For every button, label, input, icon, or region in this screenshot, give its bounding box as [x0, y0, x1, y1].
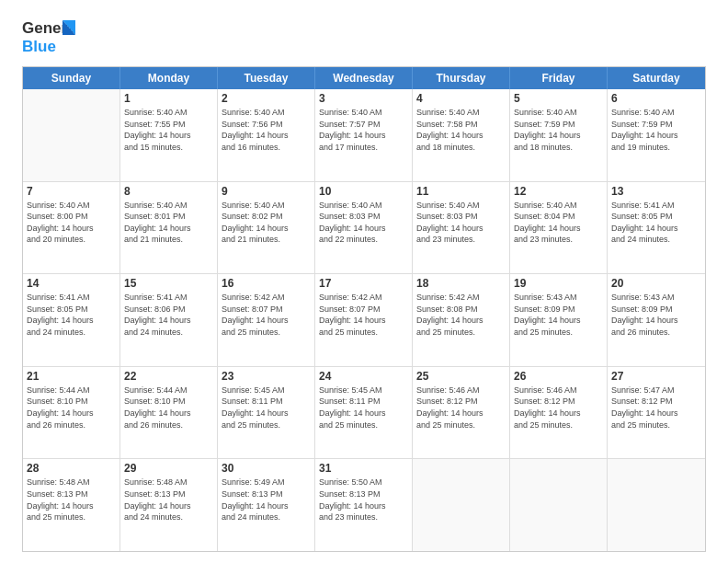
- header: GeneralBlue: [22, 17, 706, 57]
- day-number: 1: [124, 92, 213, 105]
- calendar-header: Sunday Monday Tuesday Wednesday Thursday…: [23, 67, 705, 89]
- calendar-cell: 14Sunrise: 5:41 AM Sunset: 8:05 PM Dayli…: [23, 274, 120, 366]
- calendar-cell: 8Sunrise: 5:40 AM Sunset: 8:01 PM Daylig…: [120, 182, 218, 274]
- cell-info: Sunrise: 5:48 AM Sunset: 8:13 PM Dayligh…: [27, 477, 116, 523]
- day-number: 3: [319, 92, 408, 105]
- header-tuesday: Tuesday: [218, 67, 315, 89]
- cell-info: Sunrise: 5:49 AM Sunset: 8:13 PM Dayligh…: [222, 477, 311, 523]
- calendar-cell: 21Sunrise: 5:44 AM Sunset: 8:10 PM Dayli…: [23, 367, 120, 459]
- day-number: 8: [124, 185, 213, 198]
- day-number: 5: [514, 92, 603, 105]
- cell-info: Sunrise: 5:41 AM Sunset: 8:05 PM Dayligh…: [27, 292, 116, 338]
- cell-info: Sunrise: 5:40 AM Sunset: 7:57 PM Dayligh…: [319, 107, 408, 153]
- cell-info: Sunrise: 5:41 AM Sunset: 8:06 PM Dayligh…: [124, 292, 213, 338]
- calendar-cell: 25Sunrise: 5:46 AM Sunset: 8:12 PM Dayli…: [413, 367, 510, 459]
- day-number: 9: [222, 185, 311, 198]
- cell-info: Sunrise: 5:46 AM Sunset: 8:12 PM Dayligh…: [514, 385, 603, 431]
- day-number: 26: [514, 370, 603, 383]
- day-number: 31: [319, 462, 408, 475]
- cell-info: Sunrise: 5:44 AM Sunset: 8:10 PM Dayligh…: [27, 385, 116, 431]
- calendar-cell: 29Sunrise: 5:48 AM Sunset: 8:13 PM Dayli…: [120, 459, 218, 551]
- cell-info: Sunrise: 5:40 AM Sunset: 7:58 PM Dayligh…: [416, 107, 506, 153]
- cell-info: Sunrise: 5:40 AM Sunset: 8:00 PM Dayligh…: [27, 200, 116, 246]
- cell-info: Sunrise: 5:40 AM Sunset: 7:59 PM Dayligh…: [611, 107, 701, 153]
- calendar-cell: 27Sunrise: 5:47 AM Sunset: 8:12 PM Dayli…: [608, 367, 705, 459]
- calendar-cell: 17Sunrise: 5:42 AM Sunset: 8:07 PM Dayli…: [315, 274, 413, 366]
- calendar-cell: 31Sunrise: 5:50 AM Sunset: 8:13 PM Dayli…: [315, 459, 413, 551]
- calendar-cell: 16Sunrise: 5:42 AM Sunset: 8:07 PM Dayli…: [218, 274, 315, 366]
- cell-info: Sunrise: 5:46 AM Sunset: 8:12 PM Dayligh…: [416, 385, 506, 431]
- day-number: 24: [319, 370, 408, 383]
- calendar-cell: 5Sunrise: 5:40 AM Sunset: 7:59 PM Daylig…: [510, 89, 608, 181]
- calendar-cell: [413, 459, 510, 551]
- calendar-cell: [608, 459, 705, 551]
- day-number: 20: [611, 277, 701, 290]
- calendar-cell: 9Sunrise: 5:40 AM Sunset: 8:02 PM Daylig…: [218, 182, 315, 274]
- day-number: 27: [611, 370, 701, 383]
- calendar-cell: 13Sunrise: 5:41 AM Sunset: 8:05 PM Dayli…: [608, 182, 705, 274]
- cell-info: Sunrise: 5:40 AM Sunset: 8:01 PM Dayligh…: [124, 200, 213, 246]
- day-number: 6: [611, 92, 701, 105]
- cell-info: Sunrise: 5:50 AM Sunset: 8:13 PM Dayligh…: [319, 477, 408, 523]
- calendar-cell: [23, 89, 120, 181]
- calendar-cell: 12Sunrise: 5:40 AM Sunset: 8:04 PM Dayli…: [510, 182, 608, 274]
- cell-info: Sunrise: 5:42 AM Sunset: 8:08 PM Dayligh…: [416, 292, 506, 338]
- cell-info: Sunrise: 5:44 AM Sunset: 8:10 PM Dayligh…: [124, 385, 213, 431]
- cell-info: Sunrise: 5:47 AM Sunset: 8:12 PM Dayligh…: [611, 385, 701, 431]
- calendar-row-0: 1Sunrise: 5:40 AM Sunset: 7:55 PM Daylig…: [23, 89, 705, 182]
- header-saturday: Saturday: [608, 67, 705, 89]
- day-number: 18: [416, 277, 506, 290]
- calendar-cell: 20Sunrise: 5:43 AM Sunset: 8:09 PM Dayli…: [608, 274, 705, 366]
- day-number: 11: [416, 185, 506, 198]
- cell-info: Sunrise: 5:40 AM Sunset: 8:02 PM Dayligh…: [222, 200, 311, 246]
- calendar: Sunday Monday Tuesday Wednesday Thursday…: [22, 66, 706, 552]
- calendar-cell: 19Sunrise: 5:43 AM Sunset: 8:09 PM Dayli…: [510, 274, 608, 366]
- calendar-cell: 3Sunrise: 5:40 AM Sunset: 7:57 PM Daylig…: [315, 89, 413, 181]
- day-number: 22: [124, 370, 213, 383]
- header-monday: Monday: [120, 67, 218, 89]
- calendar-cell: 7Sunrise: 5:40 AM Sunset: 8:00 PM Daylig…: [23, 182, 120, 274]
- cell-info: Sunrise: 5:41 AM Sunset: 8:05 PM Dayligh…: [611, 200, 701, 246]
- cell-info: Sunrise: 5:42 AM Sunset: 8:07 PM Dayligh…: [222, 292, 311, 338]
- cell-info: Sunrise: 5:40 AM Sunset: 8:03 PM Dayligh…: [319, 200, 408, 246]
- day-number: 12: [514, 185, 603, 198]
- day-number: 13: [611, 185, 701, 198]
- calendar-row-4: 28Sunrise: 5:48 AM Sunset: 8:13 PM Dayli…: [23, 459, 705, 551]
- calendar-cell: 22Sunrise: 5:44 AM Sunset: 8:10 PM Dayli…: [120, 367, 218, 459]
- calendar-row-3: 21Sunrise: 5:44 AM Sunset: 8:10 PM Dayli…: [23, 367, 705, 460]
- calendar-row-2: 14Sunrise: 5:41 AM Sunset: 8:05 PM Dayli…: [23, 274, 705, 367]
- day-number: 2: [222, 92, 311, 105]
- cell-info: Sunrise: 5:40 AM Sunset: 7:59 PM Dayligh…: [514, 107, 603, 153]
- day-number: 21: [27, 370, 116, 383]
- calendar-cell: 24Sunrise: 5:45 AM Sunset: 8:11 PM Dayli…: [315, 367, 413, 459]
- header-sunday: Sunday: [23, 67, 120, 89]
- cell-info: Sunrise: 5:40 AM Sunset: 7:55 PM Dayligh…: [124, 107, 213, 153]
- calendar-cell: [510, 459, 608, 551]
- day-number: 14: [27, 277, 116, 290]
- calendar-cell: 6Sunrise: 5:40 AM Sunset: 7:59 PM Daylig…: [608, 89, 705, 181]
- calendar-cell: 30Sunrise: 5:49 AM Sunset: 8:13 PM Dayli…: [218, 459, 315, 551]
- calendar-cell: 4Sunrise: 5:40 AM Sunset: 7:58 PM Daylig…: [413, 89, 510, 181]
- calendar-cell: 10Sunrise: 5:40 AM Sunset: 8:03 PM Dayli…: [315, 182, 413, 274]
- page: GeneralBlue Sunday Monday Tuesday Wednes…: [0, 0, 728, 563]
- logo: GeneralBlue: [22, 17, 75, 57]
- cell-info: Sunrise: 5:40 AM Sunset: 7:56 PM Dayligh…: [222, 107, 311, 153]
- cell-info: Sunrise: 5:40 AM Sunset: 8:04 PM Dayligh…: [514, 200, 603, 246]
- calendar-cell: 15Sunrise: 5:41 AM Sunset: 8:06 PM Dayli…: [120, 274, 218, 366]
- header-thursday: Thursday: [413, 67, 510, 89]
- calendar-cell: 26Sunrise: 5:46 AM Sunset: 8:12 PM Dayli…: [510, 367, 608, 459]
- day-number: 25: [416, 370, 506, 383]
- calendar-cell: 2Sunrise: 5:40 AM Sunset: 7:56 PM Daylig…: [218, 89, 315, 181]
- header-wednesday: Wednesday: [315, 67, 413, 89]
- cell-info: Sunrise: 5:40 AM Sunset: 8:03 PM Dayligh…: [416, 200, 506, 246]
- svg-text:Blue: Blue: [22, 38, 56, 55]
- header-friday: Friday: [510, 67, 608, 89]
- cell-info: Sunrise: 5:45 AM Sunset: 8:11 PM Dayligh…: [222, 385, 311, 431]
- day-number: 15: [124, 277, 213, 290]
- day-number: 23: [222, 370, 311, 383]
- day-number: 4: [416, 92, 506, 105]
- cell-info: Sunrise: 5:48 AM Sunset: 8:13 PM Dayligh…: [124, 477, 213, 523]
- day-number: 19: [514, 277, 603, 290]
- calendar-cell: 28Sunrise: 5:48 AM Sunset: 8:13 PM Dayli…: [23, 459, 120, 551]
- calendar-cell: 11Sunrise: 5:40 AM Sunset: 8:03 PM Dayli…: [413, 182, 510, 274]
